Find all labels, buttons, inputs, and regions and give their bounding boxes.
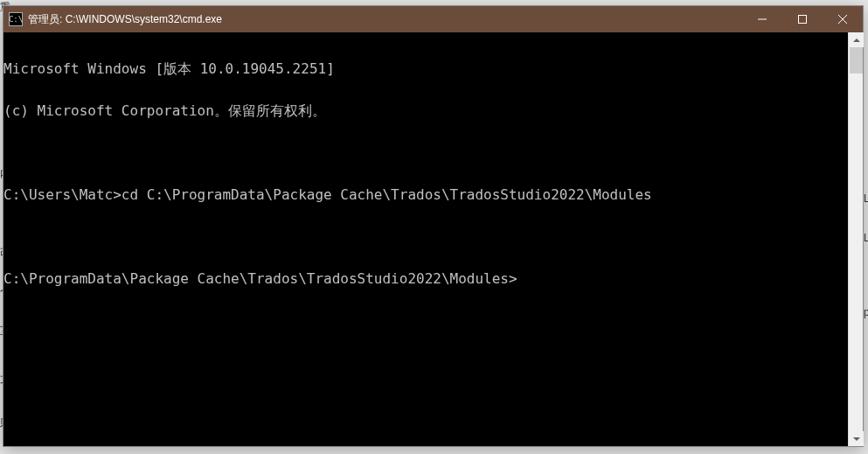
terminal-content[interactable]: Microsoft Windows [版本 10.0.19045.2251] (… [3,32,848,446]
terminal-line: C:\ProgramData\Package Cache\Trados\Trad… [3,272,848,286]
terminal-line [3,230,848,244]
cmd-icon: C:\ [9,12,23,26]
scroll-thumb[interactable] [850,47,863,73]
cmd-window: C:\ 管理员: C:\WINDOWS\system32\cmd.exe Mic… [3,5,864,447]
cmd-icon-label: C:\ [9,15,23,24]
bg-text: L [864,232,868,244]
bg-text: p [864,306,868,318]
maximize-button[interactable] [782,6,823,32]
title-bar[interactable]: C:\ 管理员: C:\WINDOWS\system32\cmd.exe [3,6,863,32]
svg-rect-1 [799,16,807,24]
close-button[interactable] [823,6,863,32]
terminal-line [3,146,848,160]
minimize-icon [758,15,767,24]
window-title: 管理员: C:\WINDOWS\system32\cmd.exe [28,12,742,27]
scroll-up-button[interactable] [849,32,864,47]
scroll-down-button[interactable] [849,431,864,446]
terminal-line: Microsoft Windows [版本 10.0.19045.2251] [3,62,848,76]
vertical-scrollbar[interactable] [848,32,863,446]
bg-text: L [864,192,868,205]
minimize-button[interactable] [742,6,782,32]
close-icon [838,15,847,24]
maximize-icon [798,15,807,24]
chevron-up-icon [853,38,860,42]
window-controls [742,6,863,32]
terminal-line: C:\Users\Matc>cd C:\ProgramData\Package … [3,188,848,202]
chevron-down-icon [853,437,860,441]
terminal-area: Microsoft Windows [版本 10.0.19045.2251] (… [3,32,863,446]
terminal-line: (c) Microsoft Corporation。保留所有权利。 [3,104,848,118]
